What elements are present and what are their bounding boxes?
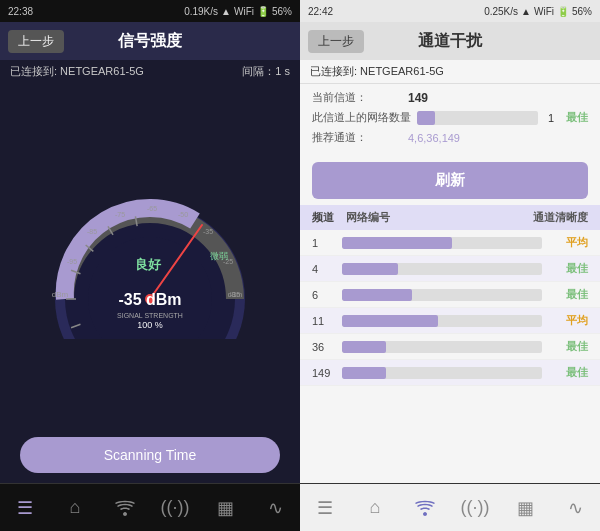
svg-text:100 %: 100 % [137,320,163,330]
recommended-value: 4,6,36,149 [408,132,460,144]
right-connected-text: 已连接到: NETGEAR61-5G [310,64,444,79]
right-title: 通道干扰 [418,31,482,52]
row-network-2 [342,289,548,301]
left-back-button[interactable]: 上一步 [8,30,64,53]
networks-value: 1 [548,112,554,124]
nav-chart[interactable]: ▦ [200,484,250,531]
networks-count-row: 此信道上的网络数量 1 最佳 [312,110,588,125]
scan-time-button[interactable]: Scanning Time [20,437,280,473]
right-sub-header: 已连接到: NETGEAR61-5G [300,60,600,84]
table-header: 频道 网络编号 通道清晰度 [300,205,600,230]
right-back-button[interactable]: 上一步 [308,30,364,53]
table-row: 1 平均 [300,230,600,256]
row-bar-fill-2 [342,289,412,301]
right-nav-home[interactable]: ⌂ [350,484,400,531]
row-channel-4: 36 [312,341,342,353]
nav-home[interactable]: ⌂ [50,484,100,531]
left-bottom-nav: ☰ ⌂ ((·)) ▦ ∿ [0,483,300,531]
networks-label: 此信道上的网络数量 [312,110,411,125]
svg-text:良好: 良好 [135,257,162,272]
svg-text:微弱: 微弱 [210,251,228,261]
networks-bar-wrap [417,111,538,125]
row-channel-5: 149 [312,367,342,379]
row-network-0 [342,237,548,249]
th-network: 网络编号 [342,210,508,225]
right-battery: 56% [572,6,592,17]
left-title: 信号强度 [118,31,182,52]
row-clarity-5: 最佳 [548,365,588,380]
row-network-1 [342,263,548,275]
th-clarity: 通道清晰度 [508,210,588,225]
gauge-svg: dBm -95 -85 -75 -65 -50 -35 -25 -15 dBm … [40,179,260,339]
row-bar-wrap-5 [342,367,542,379]
current-channel-value: 149 [408,91,428,105]
refresh-button[interactable]: 刷新 [312,162,588,199]
left-connected-text: 已连接到: NETGEAR61-5G [10,64,144,79]
left-status-right: 0.19K/s ▲ WiFi 🔋 56% [184,6,292,17]
left-battery: 56% [272,6,292,17]
left-status-left: 22:38 [8,6,33,17]
table-row: 11 平均 [300,308,600,334]
left-interval-text: 间隔：1 s [242,64,290,79]
nav-wifi[interactable] [100,484,150,531]
wifi-icon: WiFi [234,6,254,17]
right-time: 22:42 [308,6,333,17]
refresh-button-wrap: 刷新 [300,156,600,205]
svg-text:-65: -65 [147,205,157,212]
right-nav-wave[interactable]: ∿ [550,484,600,531]
svg-text:-35 dBm: -35 dBm [118,291,181,308]
current-channel-row: 当前信道： 149 [312,90,588,105]
right-wifi-icon: WiFi [534,6,554,17]
row-bar-wrap-1 [342,263,542,275]
svg-text:-95: -95 [67,258,77,265]
table-row: 149 最佳 [300,360,600,386]
svg-text:-50: -50 [178,211,188,218]
svg-text:-75: -75 [115,211,125,218]
left-status-bar: 22:38 0.19K/s ▲ WiFi 🔋 56% [0,0,300,22]
row-bar-wrap-4 [342,341,542,353]
right-status-right: 0.25K/s ▲ WiFi 🔋 56% [484,6,592,17]
row-channel-0: 1 [312,237,342,249]
row-bar-fill-4 [342,341,386,353]
right-battery-icon: 🔋 [557,6,569,17]
row-bar-wrap-2 [342,289,542,301]
right-panel: 22:42 0.25K/s ▲ WiFi 🔋 56% 上一步 通道干扰 已连接到… [300,0,600,531]
right-nav-signal[interactable]: ((·)) [450,484,500,531]
right-nav-menu[interactable]: ☰ [300,484,350,531]
scan-button-container: Scanning Time [0,429,300,483]
gauge-container: dBm -95 -85 -75 -65 -50 -35 -25 -15 dBm … [0,83,300,429]
right-nav-chart[interactable]: ▦ [500,484,550,531]
left-speed: 0.19K/s [184,6,218,17]
svg-text:-85: -85 [87,228,97,235]
nav-wave[interactable]: ∿ [250,484,300,531]
left-panel: 22:38 0.19K/s ▲ WiFi 🔋 56% 上一步 信号强度 已连接到… [0,0,300,531]
nav-signal[interactable]: ((·)) [150,484,200,531]
row-bar-fill-5 [342,367,386,379]
networks-bar-fill [417,111,435,125]
channel-table: 1 平均 4 最佳 6 最佳 11 [300,230,600,483]
row-clarity-2: 最佳 [548,287,588,302]
current-channel-label: 当前信道： [312,90,402,105]
row-clarity-0: 平均 [548,235,588,250]
signal-icon: ▲ [221,6,231,17]
row-bar-fill-0 [342,237,452,249]
row-network-3 [342,315,548,327]
row-bar-wrap-0 [342,237,542,249]
row-channel-2: 6 [312,289,342,301]
right-header: 上一步 通道干扰 [300,22,600,60]
channel-info-section: 当前信道： 149 此信道上的网络数量 1 最佳 推荐通道： 4,6,36,14… [300,84,600,156]
row-clarity-1: 最佳 [548,261,588,276]
right-signal-icon: ▲ [521,6,531,17]
gauge-wrap: dBm -95 -85 -75 -65 -50 -35 -25 -15 dBm … [40,179,260,339]
svg-text:dBm: dBm [228,291,243,298]
row-channel-1: 4 [312,263,342,275]
row-clarity-4: 最佳 [548,339,588,354]
table-row: 6 最佳 [300,282,600,308]
right-nav-wifi[interactable] [400,484,450,531]
nav-menu[interactable]: ☰ [0,484,50,531]
row-network-4 [342,341,548,353]
networks-quality: 最佳 [566,110,588,125]
recommended-label: 推荐通道： [312,130,402,145]
right-bottom-nav: ☰ ⌂ ((·)) ▦ ∿ [300,483,600,531]
row-network-5 [342,367,548,379]
